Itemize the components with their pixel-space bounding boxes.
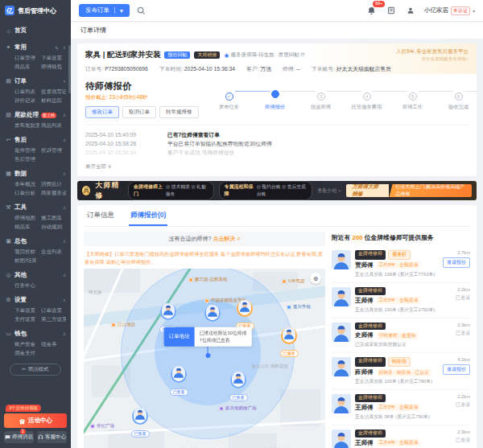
sidebar-item[interactable]: 评价记录 — [14, 97, 39, 105]
master-card[interactable]: 金牌维修师 王师傅 工作6年 · 全额质保 五金洁具安装 120单 (累计完工1… — [332, 425, 470, 448]
sidebar-section-header[interactable]: ▣ 总包 ∧ — [5, 235, 66, 248]
edit-icon[interactable]: ✎ — [55, 45, 59, 51]
account-menu[interactable]: 小亿家居 未认证 ▾ — [424, 6, 475, 15]
master-message-button[interactable]: 师傅消息 1 — [4, 431, 34, 443]
collapse-icon[interactable]: ∧ — [63, 298, 66, 302]
sidebar-section-header[interactable]: ⌂ 首页 ∧ — [5, 24, 66, 37]
sidebar-section-header[interactable]: ▭ 钱包 ∧ — [5, 327, 66, 340]
sidebar-item[interactable]: 佣金支付 — [14, 349, 39, 357]
sidebar-section-title: 数据 — [14, 170, 27, 178]
sidebar-item[interactable]: 项目投标 — [14, 248, 39, 256]
master-repair-banner[interactable]: 兵 大师精修 金牌维修师上门 ◎ 技术精湛 ◎ 礼貌服务 专属流程和保障 ◎ 预… — [77, 181, 477, 200]
sidebar-item[interactable]: 返件管理 — [14, 146, 39, 154]
field-value: 好太太天猫旗舰店售后 — [336, 66, 391, 72]
sidebar-item[interactable]: 下单设置 — [14, 306, 39, 314]
service-center-button[interactable]: 客服中心 — [37, 431, 67, 443]
sidebar-item[interactable]: 任务中心 — [14, 282, 39, 290]
sidebar-item[interactable]: 账户资金 — [14, 340, 39, 348]
resolve-link[interactable]: 点击解决 > — [213, 236, 240, 241]
collapse-icon[interactable]: ∧ — [63, 239, 66, 244]
simple-mode-button[interactable]: ✂ 简洁模式 — [10, 364, 61, 376]
sidebar-item[interactable]: 材料追踪 — [41, 97, 66, 105]
expand-all-link[interactable]: 展开全部 ∨ — [85, 163, 112, 171]
sidebar-section-header[interactable]: ⚙ 设置 ∧ — [5, 294, 66, 306]
sidebar-item[interactable]: 施工图库 — [41, 214, 66, 222]
sidebar-section-items: 师傅地图 施工图库 精品库 自动规则 — [5, 214, 66, 232]
publish-order-button[interactable]: 发布订单 ▾ — [79, 4, 130, 17]
master-card[interactable]: 金牌维修师 响应快 薛师傅 好评多 · 响应快 · 已认证 五金洁具安装 12 — [332, 353, 470, 390]
sidebar-item[interactable]: 本年概况 — [14, 180, 39, 188]
sidebar-item[interactable]: 商家服务诊断 — [41, 189, 66, 197]
invite-quote-action[interactable]: 已邀请 — [456, 401, 470, 409]
order-action-button[interactable]: 转常规维修 — [159, 106, 199, 118]
order-action-button[interactable]: 修改订单 — [85, 106, 119, 118]
sidebar-section-header[interactable]: ▧ 尾款处理 新上线 ∧ — [5, 109, 66, 121]
collapse-icon[interactable]: ∧ — [63, 113, 66, 117]
master-card[interactable]: 金牌维修师 服务好 贾师傅 工作8年 · 全额质保 五金洁具安装 138单 ( — [332, 246, 470, 283]
collapse-icon[interactable]: ∧ — [63, 138, 66, 142]
sidebar-item[interactable]: 师傅钱包 — [41, 63, 66, 71]
breadcrumb: 订单详情 — [71, 21, 483, 39]
master-map-marker[interactable]: 已查看 — [225, 372, 252, 402]
master-map-marker[interactable]: 已查看 — [126, 408, 154, 438]
sidebar-item[interactable]: 订单设置 — [41, 306, 66, 314]
sidebar-item[interactable]: 标图/结算 — [14, 257, 39, 265]
master-map-marker[interactable]: 已查看 — [165, 366, 192, 397]
invite-quote-action[interactable]: 已邀请 — [456, 294, 470, 302]
invite-quote-action[interactable]: 已邀请 — [456, 330, 470, 337]
master-map-marker[interactable]: 已邀请 — [275, 327, 303, 358]
master-map-marker[interactable]: 已查看 — [231, 300, 258, 331]
sidebar-item[interactable]: 售后管理 — [14, 155, 39, 163]
invite-quote-action[interactable]: 邀请报价 — [443, 257, 470, 268]
activity-center-button[interactable]: 活动中心 — [4, 413, 67, 428]
sidebar-item[interactable]: 商品列表 — [41, 121, 66, 129]
sidebar-item[interactable]: 投诉管理 — [41, 146, 66, 154]
collapse-icon[interactable]: ∧ — [63, 171, 66, 176]
sidebar-item[interactable]: 下单设置 — [41, 54, 66, 62]
orders-panel-icon[interactable] — [386, 5, 397, 16]
sidebar-item[interactable]: 师傅地图 — [14, 214, 39, 222]
sidebar-item[interactable]: 发布尾款需求 — [14, 121, 39, 129]
invite-quote-action[interactable]: 已邀请 — [456, 437, 470, 444]
sidebar-item[interactable]: 消费统计 — [41, 180, 66, 188]
sidebar-item[interactable]: 企业列表 — [41, 248, 66, 256]
collapse-icon[interactable]: ∧ — [63, 273, 66, 277]
sidebar-item[interactable]: 订单列表 — [14, 88, 39, 96]
master-card[interactable]: 金牌维修师 王师傅 工作5年 · 全额质保 五金洁具安装 130单 (累计完工1… — [332, 283, 470, 319]
sidebar-item[interactable]: 支付设置 — [14, 315, 39, 323]
order-action-button[interactable]: 取消订单 — [122, 106, 156, 118]
sidebar-section-header[interactable]: ◎ 其他 ∧ — [5, 269, 66, 282]
locate-icon[interactable]: ⊕ — [310, 273, 321, 284]
sidebar-section-header[interactable]: ▤ 订单 ∧ — [5, 75, 66, 88]
sidebar-item[interactable]: 精品库 — [14, 223, 39, 231]
invoice-link[interactable]: 发票回帖 ⟳ — [279, 51, 305, 59]
sidebar-section-header[interactable]: ✦ 常用 ✎ ∧ — [5, 41, 66, 54]
sidebar-section-header[interactable]: ⚒ 工具 ∧ — [5, 201, 66, 214]
sidebar-section-header[interactable]: ▦ 数据 ∧ — [5, 167, 66, 180]
collapse-icon[interactable]: ∧ — [63, 331, 66, 336]
bell-icon[interactable]: 99+ — [366, 5, 378, 16]
service-guarantee-link[interactable]: ◉ 服务质保障-待生效 — [224, 51, 274, 59]
tab[interactable]: 师傅报价(0) — [129, 205, 167, 226]
user-icon[interactable] — [405, 5, 416, 16]
master-card[interactable]: 金牌维修师 王师傅 工作5年 · 全额质保 五金洁具安装 58单 (累计完工79… — [332, 390, 470, 425]
banner-intro-link[interactable]: 查看介绍 > — [317, 187, 341, 195]
sidebar-item[interactable]: 第三方设置 — [41, 315, 66, 323]
tab[interactable]: 订单信息 — [85, 205, 116, 226]
sidebar-item[interactable]: 商品库 — [14, 63, 39, 71]
sidebar-item[interactable]: 订单分析 — [14, 189, 39, 197]
master-card[interactable]: 金牌维修师 史师傅 守时准时 · 速度快 已完成家装安装技能认证 — [332, 319, 470, 354]
collapse-icon[interactable]: ∧ — [63, 45, 66, 50]
collapse-icon[interactable]: ∧ — [63, 79, 66, 84]
collapse-icon[interactable]: ∧ — [63, 205, 66, 210]
sidebar-item[interactable]: 订单管理 — [14, 54, 39, 62]
master-description: 五金洁具安装 138单 (累计完工7763单) — [355, 271, 436, 278]
search-icon[interactable] — [136, 5, 147, 16]
masters-map[interactable]: 鹏工园·总部基地 中国茶都批发市场 U米电源 — [84, 269, 325, 448]
quote-deadline: 报价截止: 23小时59分48秒 — [85, 94, 206, 101]
sidebar-section-header[interactable]: ↩ 售后 ∧ — [5, 134, 66, 146]
invite-quote-action[interactable]: 邀请报价 — [443, 364, 470, 375]
sidebar-item[interactable]: 批量填写记录 — [41, 88, 66, 96]
sidebar-item[interactable]: 自动规则 — [41, 223, 66, 231]
sidebar-item[interactable]: 现金券 — [41, 340, 66, 348]
